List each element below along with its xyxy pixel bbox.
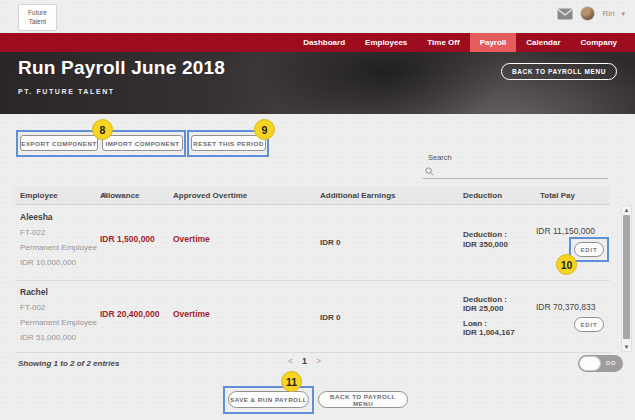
pagination-prev[interactable]: < xyxy=(288,356,293,366)
scroll-up-icon[interactable]: ▲ xyxy=(622,206,631,214)
deduction-label: Deduction : xyxy=(463,230,507,239)
column-deduction[interactable]: Deduction xyxy=(463,186,502,205)
reset-this-period-button[interactable]: RESET THIS PERIOD xyxy=(191,135,266,151)
base-salary: IDR 51,000,000 xyxy=(20,333,76,342)
toggle-go-label: GO xyxy=(606,360,616,366)
page-title: Run Payroll June 2018 xyxy=(18,57,225,79)
entries-summary: Showing 1 to 2 of 2 entries xyxy=(18,359,119,368)
overtime-value: Overtime xyxy=(173,234,210,244)
go-toggle[interactable]: GO xyxy=(578,355,623,372)
column-employee[interactable]: Employee xyxy=(20,186,58,205)
allowance-value: IDR 20,400,000 xyxy=(100,309,160,319)
hero-banner: Run Payroll June 2018 PT. FUTURE TALENT … xyxy=(0,52,635,114)
employee-id: FT-022 xyxy=(20,228,45,237)
total-pay-value: IDR 11,150,000 xyxy=(536,226,595,236)
user-name[interactable]: Riri xyxy=(602,9,614,18)
employee-name: Aleesha xyxy=(20,212,53,222)
user-avatar[interactable] xyxy=(580,6,595,21)
table-header: Employee Allowance Approved Overtime Add… xyxy=(15,186,610,205)
company-logo[interactable]: Future Talent xyxy=(18,4,57,31)
back-to-payroll-menu-button-top[interactable]: BACK TO PAYROLL MENU xyxy=(501,63,617,80)
employment-type: Permanent Employee xyxy=(20,243,97,252)
column-additional-earnings[interactable]: Additional Earnings xyxy=(320,186,396,205)
employee-name: Rachel xyxy=(20,287,48,297)
annotation-badge-10: 10 xyxy=(556,254,577,275)
logo-line-1: Future xyxy=(28,9,47,17)
column-total-pay[interactable]: Total Pay xyxy=(540,186,575,205)
nav-item-payroll[interactable]: Payroll xyxy=(470,33,517,52)
pagination: < 1 > xyxy=(288,356,321,366)
additional-earnings-value: IDR 0 xyxy=(320,313,340,322)
edit-button-row-1[interactable]: EDIT xyxy=(574,242,604,257)
payroll-app: Future Talent Riri ▾ Dashboard Employees… xyxy=(0,0,635,420)
employment-type: Permanent Employee xyxy=(20,318,97,327)
nav-item-company[interactable]: Company xyxy=(571,33,627,52)
deduction-value: IDR 350,000 xyxy=(463,240,508,249)
loan-label: Loan : xyxy=(463,319,487,328)
back-to-payroll-menu-button-bottom[interactable]: BACK TO PAYROLL MENU xyxy=(318,391,408,408)
nav-item-time-off[interactable]: Time Off xyxy=(417,33,469,52)
company-name: PT. FUTURE TALENT xyxy=(18,88,115,95)
deduction-label: Deduction : xyxy=(463,295,507,304)
nav-item-calendar[interactable]: Calendar xyxy=(516,33,570,52)
search-label: Search xyxy=(428,153,452,162)
export-component-button[interactable]: EXPORT COMPONENT xyxy=(20,135,98,151)
annotation-badge-11: 11 xyxy=(281,371,302,392)
search-icon xyxy=(425,167,434,176)
column-approved-overtime[interactable]: Approved Overtime xyxy=(173,186,247,205)
base-salary: IDR 10,000,000 xyxy=(20,258,76,267)
toggle-knob[interactable] xyxy=(579,356,601,371)
allowance-value: IDR 1,500,000 xyxy=(100,234,155,244)
annotation-badge-9: 9 xyxy=(254,119,275,140)
scroll-down-icon[interactable]: ▼ xyxy=(622,343,631,351)
column-allowance[interactable]: Allowance xyxy=(100,186,140,205)
loan-value: IDR 1,004,167 xyxy=(463,328,515,337)
pagination-page-1[interactable]: 1 xyxy=(302,356,307,366)
employee-id: FT-002 xyxy=(20,303,45,312)
annotation-badge-8: 8 xyxy=(92,119,113,140)
main-nav: Dashboard Employees Time Off Payroll Cal… xyxy=(0,33,635,52)
vertical-scrollbar[interactable]: ▲ ▼ xyxy=(621,205,632,352)
pagination-next[interactable]: > xyxy=(316,356,321,366)
topbar-right: Riri ▾ xyxy=(557,6,625,21)
chevron-down-icon[interactable]: ▾ xyxy=(621,10,625,18)
mail-icon[interactable] xyxy=(557,8,573,20)
total-pay-value: IDR 70,370,833 xyxy=(536,302,596,312)
overtime-value: Overtime xyxy=(173,309,210,319)
scrollbar-thumb[interactable] xyxy=(623,215,630,339)
search-input[interactable] xyxy=(423,165,608,179)
additional-earnings-value: IDR 0 xyxy=(320,238,340,247)
import-component-button[interactable]: IMPORT COMPONENT xyxy=(102,135,183,151)
logo-line-2: Talent xyxy=(29,18,46,26)
deduction-value: IDR 25,000 xyxy=(463,304,503,313)
nav-item-employees[interactable]: Employees xyxy=(355,33,417,52)
table-bottom-border xyxy=(15,352,610,353)
edit-button-row-2[interactable]: EDIT xyxy=(574,317,604,332)
row-divider xyxy=(15,280,610,281)
save-and-run-payroll-button[interactable]: SAVE & RUN PAYROLL xyxy=(228,391,309,408)
nav-item-dashboard[interactable]: Dashboard xyxy=(293,33,355,52)
